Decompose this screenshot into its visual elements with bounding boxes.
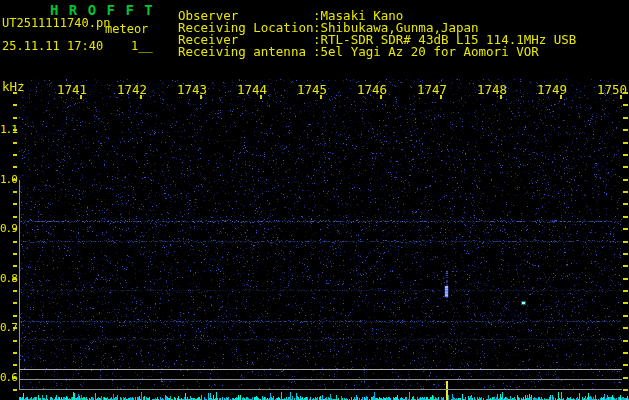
y-axis-tick-right [623,290,628,292]
x-axis-tick [560,95,562,99]
y-axis-tick-right [623,327,628,329]
metadata-label: Receiving antenna [178,44,306,59]
noise-level-strip-canvas [19,391,629,400]
y-axis-tick-left [13,327,17,329]
y-axis-tick-right [623,117,628,119]
y-axis-tick-right [623,340,628,342]
y-axis-tick-right [623,377,628,379]
y-axis-tick-right [623,191,628,193]
y-axis-tick-left [13,352,17,354]
y-axis-tick-left [13,117,17,119]
y-axis-tick-right [623,302,628,304]
y-axis-tick-right [623,253,628,255]
y-axis-tick-right [623,352,628,354]
y-axis-tick-left [13,302,17,304]
y-axis-tick-left [13,377,17,379]
y-axis-tick-left [13,104,17,106]
y-axis-tick-right [623,142,628,144]
metadata-value: :5el Yagi Az 20 for Aomori VOR [313,44,539,59]
y-axis-tick-left [13,142,17,144]
x-axis-tick [260,95,262,99]
y-axis-tick-left [13,389,17,391]
y-axis-tick-left [13,179,17,181]
x-axis-tick [320,95,322,99]
y-axis-tick-left [13,315,17,317]
x-axis-label: 1744 [237,82,267,97]
x-axis-label: 1745 [297,82,327,97]
y-axis-tick-left [13,290,17,292]
y-axis-tick-left [13,265,17,267]
y-axis-tick-right [623,315,628,317]
x-axis-tick [140,95,142,99]
x-axis-label: 1741 [57,82,87,97]
output-filename: UT2511111740.pn [2,16,110,30]
y-axis-tick-left [13,253,17,255]
y-axis-tick-right [623,241,628,243]
x-axis-tick [200,95,202,99]
spectrogram-canvas [19,79,622,390]
meteor-spike-marker [446,381,448,400]
x-axis-tick [440,95,442,99]
y-axis-tick-right [623,265,628,267]
x-axis-tick [380,95,382,99]
y-axis-tick-right [623,92,628,94]
y-axis-tick-right [623,228,628,230]
plot-left-border [19,180,20,390]
y-axis-tick-left [13,241,17,243]
y-axis-tick-left [13,228,17,230]
x-axis-label: 1742 [117,82,147,97]
y-axis-tick-left [13,92,17,94]
y-axis-tick-left [13,340,17,342]
page-counter: 1__ [131,39,153,53]
y-axis-tick-left [13,154,17,156]
observation-mode-label: meteor [105,22,148,36]
y-axis-tick-right [623,166,628,168]
y-axis-tick-right [623,216,628,218]
x-axis-tick [620,95,622,99]
y-axis-tick-right [623,278,628,280]
x-axis-label: 1743 [177,82,207,97]
y-axis-tick-right [623,179,628,181]
x-axis-label: 1747 [417,82,447,97]
y-axis-tick-right [623,203,628,205]
y-axis-tick-left [13,191,17,193]
y-axis-tick-right [623,364,628,366]
y-axis-tick-left [13,166,17,168]
plot-border-line [19,389,622,390]
timestamp: 25.11.11 17:40 [2,39,103,53]
x-axis-label: 1748 [477,82,507,97]
y-axis-tick-left [13,216,17,218]
x-axis-tick [80,95,82,99]
x-axis-label: 1746 [357,82,387,97]
y-axis-tick-left [13,203,17,205]
x-axis-label: 1749 [537,82,567,97]
y-axis-tick-right [623,154,628,156]
plot-border-line [19,379,622,380]
y-axis-tick-left [13,364,17,366]
plot-border-line [19,369,622,370]
y-axis-tick-right [623,389,628,391]
y-axis-tick-right [623,104,628,106]
y-axis-tick-left [13,129,17,131]
hrofft-screen: H R O F F T UT2511111740.pn meteor 25.11… [0,0,629,400]
y-axis-tick-left [13,278,17,280]
x-axis-label: 1750 [597,82,627,97]
y-axis-tick-right [623,129,628,131]
x-axis-tick [500,95,502,99]
